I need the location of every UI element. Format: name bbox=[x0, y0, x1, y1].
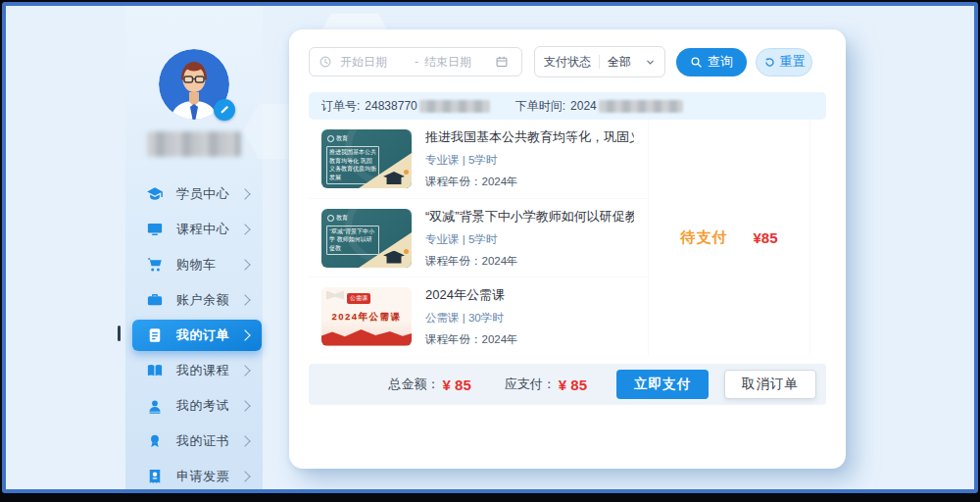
sidebar-menu: 学员中心 课程中心 购物车 账户余 bbox=[125, 176, 263, 493]
order-number-value: 24838770 bbox=[365, 99, 416, 113]
course-title: 推进我国基本公共教育均等化，巩固义务教... bbox=[425, 128, 634, 146]
clock-icon bbox=[318, 55, 332, 69]
sidebar-item-label: 我的证书 bbox=[176, 432, 241, 450]
order-body: 教育 推进我国基本公共教育均等化 巩固义务教育优质均衡发展 推进我国基本公共教育… bbox=[309, 120, 826, 355]
payable-label: 应支付： bbox=[505, 376, 556, 393]
cart-icon bbox=[145, 255, 165, 275]
chevron-right-icon bbox=[239, 294, 250, 305]
course-title: 2024年公需课 bbox=[425, 286, 518, 304]
book-illustration bbox=[326, 291, 344, 300]
chevron-right-icon bbox=[239, 365, 250, 376]
window-frame: 学员中心 课程中心 购物车 账户余 bbox=[0, 0, 980, 502]
sidebar-item-label: 账户余额 bbox=[176, 291, 241, 309]
course-info: 推进我国基本公共教育均等化，巩固义务教... 专业课 | 5学时 课程年份：20… bbox=[425, 128, 634, 189]
sidebar-item-course-center[interactable]: 课程中心 bbox=[125, 212, 263, 247]
edit-avatar-button[interactable] bbox=[214, 99, 235, 121]
order-number-label: 订单号: bbox=[321, 98, 360, 115]
status-select-label: 支付状态 bbox=[544, 54, 591, 71]
sidebar-item-label: 购物车 bbox=[176, 256, 241, 274]
order-header: 订单号: 24838770 下单时间: 2024 bbox=[309, 92, 826, 120]
chevron-right-icon bbox=[239, 435, 250, 446]
sidebar-item-balance[interactable]: 账户余额 bbox=[125, 282, 263, 318]
course-item[interactable]: 公需课 2024年公需课 2024年公需课 公需课 | 30学时 课程年份：20… bbox=[309, 276, 648, 355]
chevron-right-icon bbox=[239, 471, 250, 481]
course-year: 课程年份：2024年 bbox=[425, 175, 634, 189]
reset-button-label: 重置 bbox=[780, 53, 806, 71]
thumb-badge: 公需课 bbox=[347, 293, 370, 304]
medal-icon bbox=[145, 431, 165, 451]
order-summary-bar: 总金额： ¥ 85 应支付： ¥ 85 立即支付 取消订单 bbox=[309, 364, 826, 405]
cancel-order-button[interactable]: 取消订单 bbox=[724, 370, 816, 399]
course-item[interactable]: 教育 推进我国基本公共教育均等化 巩固义务教育优质均衡发展 推进我国基本公共教育… bbox=[309, 120, 648, 198]
invoice-icon bbox=[145, 467, 165, 486]
course-info: 2024年公需课 公需课 | 30学时 课程年份：2024年 bbox=[425, 286, 518, 347]
page: 学员中心 课程中心 购物车 账户余 bbox=[6, 6, 974, 489]
thumb-logo: 教育 bbox=[327, 134, 348, 143]
order-card: 订单号: 24838770 下单时间: 2024 教育 推进我国基本公共教育均等… bbox=[309, 92, 826, 405]
orders-panel: - 支付状态 全部 查询 bbox=[289, 29, 846, 469]
exam-person-icon bbox=[145, 396, 165, 416]
order-amount: ¥85 bbox=[753, 229, 777, 246]
start-date-input[interactable] bbox=[338, 54, 411, 70]
filter-bar: - 支付状态 全部 查询 bbox=[309, 47, 826, 76]
thumb-logo: 教育 bbox=[327, 214, 348, 223]
chevron-right-icon bbox=[239, 329, 250, 340]
course-meta: 公需课 | 30学时 bbox=[425, 311, 518, 326]
sidebar-scrollbar[interactable] bbox=[118, 326, 121, 341]
sidebar-item-my-certificates[interactable]: 我的证书 bbox=[125, 424, 263, 459]
sidebar-item-label: 我的订单 bbox=[176, 326, 241, 344]
sidebar-item-label: 我的课程 bbox=[176, 362, 241, 379]
course-year: 课程年份：2024年 bbox=[425, 254, 634, 269]
calendar-icon bbox=[495, 55, 509, 69]
monitor-icon bbox=[145, 220, 165, 239]
course-year: 课程年份：2024年 bbox=[425, 332, 518, 347]
order-time-label: 下单时间: bbox=[515, 98, 565, 115]
chevron-down-icon bbox=[645, 57, 656, 68]
user-avatar bbox=[159, 49, 229, 120]
course-item[interactable]: 教育 “双减”背景下中小学 教师如何以研促教 “双减”背景下中小学教师如何以研促… bbox=[309, 198, 648, 276]
chevron-right-icon bbox=[239, 400, 250, 411]
total-value: ¥ 85 bbox=[443, 376, 471, 393]
course-meta: 专业课 | 5学时 bbox=[425, 232, 634, 247]
sidebar-item-request-invoice[interactable]: 申请发票 bbox=[125, 459, 263, 493]
order-status-badge: 待支付 bbox=[680, 228, 727, 247]
chevron-right-icon bbox=[239, 259, 250, 270]
course-info: “双减”背景下中小学教师如何以研促教 专业课 | 5学时 课程年份：2024年 bbox=[425, 208, 634, 269]
reset-button[interactable]: 重置 bbox=[756, 48, 812, 76]
sidebar-item-my-courses[interactable]: 我的课程 bbox=[125, 353, 263, 388]
sidebar-item-label: 申请发票 bbox=[176, 468, 241, 485]
sidebar-item-my-orders[interactable]: 我的订单 bbox=[132, 320, 262, 351]
course-title: “双减”背景下中小学教师如何以研促教 bbox=[425, 208, 634, 226]
course-thumbnail: 公需课 2024年公需课 bbox=[321, 287, 412, 346]
date-range-picker[interactable]: - bbox=[309, 47, 522, 76]
sidebar-item-student-center[interactable]: 学员中心 bbox=[125, 176, 263, 212]
course-list: 教育 推进我国基本公共教育均等化 巩固义务教育优质均衡发展 推进我国基本公共教育… bbox=[309, 120, 648, 355]
end-date-input[interactable] bbox=[422, 54, 495, 70]
payment-status-select[interactable]: 支付状态 全部 bbox=[534, 46, 665, 77]
date-separator: - bbox=[415, 55, 418, 69]
chevron-right-icon bbox=[239, 188, 250, 199]
pencil-icon bbox=[219, 104, 230, 116]
dot-decoration bbox=[404, 249, 409, 254]
order-time-redacted bbox=[599, 100, 683, 113]
thumb-title: 2024年公需课 bbox=[321, 311, 412, 324]
order-document-icon bbox=[145, 326, 165, 345]
app-background: 学员中心 课程中心 购物车 账户余 bbox=[2, 2, 978, 493]
username-redacted bbox=[147, 131, 241, 157]
order-number-redacted bbox=[419, 100, 490, 113]
wallet-icon bbox=[145, 290, 165, 310]
query-button[interactable]: 查询 bbox=[676, 48, 747, 76]
sidebar-item-label: 学员中心 bbox=[176, 185, 241, 203]
sidebar-item-my-exams[interactable]: 我的考试 bbox=[125, 388, 263, 424]
search-icon bbox=[690, 56, 703, 69]
graduation-cap-icon bbox=[145, 184, 165, 204]
query-button-label: 查询 bbox=[708, 53, 733, 71]
divider bbox=[599, 55, 600, 69]
payment-status-column: 待支付 ¥85 bbox=[648, 120, 810, 355]
sidebar-item-label: 我的考试 bbox=[176, 397, 241, 415]
order-time-value: 2024 bbox=[570, 99, 597, 113]
dot-decoration bbox=[404, 170, 409, 175]
pay-now-button[interactable]: 立即支付 bbox=[616, 370, 709, 399]
sidebar-item-cart[interactable]: 购物车 bbox=[125, 247, 263, 282]
sidebar-item-label: 课程中心 bbox=[176, 221, 241, 238]
